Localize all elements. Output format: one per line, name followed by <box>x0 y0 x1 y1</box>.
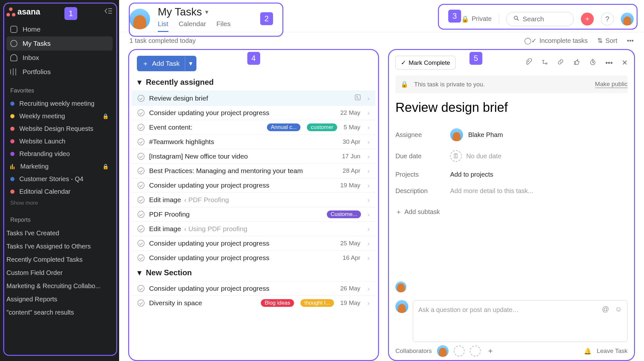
emoji-icon[interactable]: ☺ <box>615 305 622 313</box>
project-color-dot <box>10 127 14 131</box>
title-dropdown-icon[interactable]: ▾ <box>205 8 208 16</box>
tab-files[interactable]: Files <box>216 20 231 32</box>
nav-portfolios[interactable]: Portfolios <box>6 65 113 79</box>
search-input[interactable]: Search <box>506 12 574 26</box>
complete-checkbox[interactable] <box>137 124 145 131</box>
assignee-name[interactable]: Blake Pham <box>468 131 503 139</box>
task-row[interactable]: Consider updating your project progress1… <box>132 250 375 265</box>
task-row[interactable]: Event content:Annual c...customer5 May› <box>132 120 375 134</box>
asana-logo[interactable]: asana <box>6 7 40 16</box>
sidebar-favorite[interactable]: Website Design Requests <box>6 122 113 135</box>
due-date-field[interactable]: No due date <box>466 152 501 160</box>
close-icon[interactable]: ✕ <box>622 59 628 67</box>
sidebar-favorite[interactable]: Customer Stories - Q4 <box>6 173 113 185</box>
task-row[interactable]: Consider updating your project progress2… <box>132 281 375 296</box>
complete-checkbox[interactable] <box>137 285 145 292</box>
task-row[interactable]: Consider updating your project progress1… <box>132 178 375 192</box>
projects-field[interactable]: Add to projects <box>450 171 493 178</box>
timer-icon[interactable] <box>589 58 596 67</box>
filter-incomplete[interactable]: ◯✓Incomplete tasks <box>524 37 588 44</box>
add-subtask-button[interactable]: ＋Add subtask <box>395 208 628 216</box>
collaborator-avatar[interactable] <box>437 345 449 357</box>
task-row[interactable]: Diversity in spaceBlog ideasthought l...… <box>132 296 375 310</box>
complete-checkbox[interactable] <box>137 196 145 203</box>
subtasks-icon[interactable] <box>541 58 548 67</box>
add-task-dropdown[interactable]: ▾ <box>185 56 196 71</box>
sidebar-report[interactable]: Tasks I've Assigned to Others <box>6 240 113 253</box>
sidebar-report[interactable]: Recently Completed Tasks <box>6 253 113 266</box>
sidebar-report[interactable]: Tasks I've Created <box>6 227 113 240</box>
collaborator-placeholder[interactable] <box>454 346 465 356</box>
help-button[interactable]: ? <box>601 13 614 25</box>
complete-checkbox[interactable] <box>137 240 145 247</box>
task-row[interactable]: #Teamwork highlights30 Apr› <box>132 134 375 149</box>
sidebar-report[interactable]: Assigned Reports <box>6 293 113 306</box>
mention-icon[interactable]: @ <box>602 305 609 313</box>
description-field[interactable]: Add more detail to this task... <box>450 187 533 195</box>
complete-checkbox[interactable] <box>137 299 145 307</box>
task-title[interactable]: Review design brief <box>395 100 628 115</box>
sidebar-favorite[interactable]: Website Launch <box>6 135 113 148</box>
task-row[interactable]: Consider updating your project progress2… <box>132 236 375 250</box>
calendar-icon[interactable]: 🗓 <box>450 150 462 162</box>
complete-checkbox[interactable] <box>137 182 145 189</box>
comment-input[interactable]: Ask a question or post an update… @ ☺ <box>413 300 628 342</box>
more-button[interactable]: ••• <box>627 37 634 44</box>
section-header[interactable]: ▾Recently assigned <box>132 74 375 91</box>
add-collaborator-button[interactable]: + <box>486 346 495 356</box>
section-header[interactable]: ▾New Section <box>132 265 375 281</box>
complete-checkbox[interactable] <box>137 138 145 145</box>
complete-checkbox[interactable] <box>137 211 145 218</box>
tag-pill[interactable]: Custome... <box>327 210 361 218</box>
global-add-button[interactable]: + <box>581 13 594 25</box>
tag-pill[interactable]: thought l... <box>300 299 334 307</box>
sidebar-favorite[interactable]: Recruiting weekly meeting <box>6 97 113 110</box>
tab-calendar[interactable]: Calendar <box>179 20 206 32</box>
tag-pill[interactable]: Annual c... <box>267 123 300 131</box>
tag-pill[interactable]: customer <box>307 123 337 131</box>
attachment-icon[interactable] <box>525 58 532 67</box>
complete-checkbox[interactable] <box>137 225 145 232</box>
task-row[interactable]: Review design brief› <box>132 91 375 105</box>
sidebar-favorite[interactable]: Rebranding video <box>6 148 113 160</box>
more-icon[interactable]: ••• <box>605 59 613 67</box>
assignee-avatar[interactable] <box>450 128 463 141</box>
complete-checkbox[interactable] <box>137 153 145 160</box>
task-row[interactable]: PDF ProofingCustome...› <box>132 207 375 221</box>
profile-avatar[interactable] <box>621 13 634 25</box>
task-row[interactable]: Consider updating your project progress2… <box>132 105 375 120</box>
activity-avatar <box>395 281 406 292</box>
like-icon[interactable] <box>573 58 580 67</box>
sidebar-report[interactable]: "content" search results <box>6 306 113 319</box>
sidebar-report[interactable]: Marketing & Recruiting Collabo... <box>6 279 113 293</box>
show-more-favorites[interactable]: Show more <box>6 198 113 208</box>
sort-button[interactable]: ⇅Sort <box>597 37 617 44</box>
complete-checkbox[interactable] <box>137 109 145 116</box>
make-public-link[interactable]: Make public <box>595 81 628 88</box>
sidebar-favorite[interactable]: Marketing🔒 <box>6 160 113 173</box>
collapse-sidebar-icon[interactable] <box>104 7 113 16</box>
mark-complete-button[interactable]: ✓ Mark Complete <box>395 56 456 70</box>
sidebar-favorite[interactable]: Editorial Calendar <box>6 185 113 198</box>
task-row[interactable]: Edit image ‹ PDF Proofing› <box>132 192 375 207</box>
nav-inbox[interactable]: Inbox <box>6 51 113 65</box>
privacy-indicator[interactable]: 🔒 Private <box>461 15 492 23</box>
leave-task-button[interactable]: Leave Task <box>597 347 628 355</box>
collaborator-placeholder[interactable] <box>470 346 481 356</box>
complete-checkbox[interactable] <box>137 254 145 261</box>
add-task-button[interactable]: ＋Add Task ▾ <box>137 56 196 71</box>
task-title: Consider updating your project progress <box>149 285 336 292</box>
link-icon[interactable] <box>557 58 564 67</box>
complete-checkbox[interactable] <box>137 95 145 102</box>
complete-checkbox[interactable] <box>137 167 145 174</box>
tag-pill[interactable]: Blog ideas <box>261 299 294 307</box>
nav-my-tasks[interactable]: My Tasks <box>6 36 113 51</box>
nav-home[interactable]: Home <box>6 22 113 36</box>
sidebar-report[interactable]: Custom Field Order <box>6 266 113 279</box>
user-avatar[interactable] <box>129 9 150 29</box>
task-row[interactable]: Edit image ‹ Using PDF proofing› <box>132 221 375 236</box>
task-row[interactable]: Best Practices: Managing and mentoring y… <box>132 163 375 178</box>
task-row[interactable]: [Instagram] New office tour video17 Jun› <box>132 149 375 163</box>
tab-list[interactable]: List <box>158 20 168 32</box>
sidebar-favorite[interactable]: Weekly meeting🔒 <box>6 110 113 122</box>
